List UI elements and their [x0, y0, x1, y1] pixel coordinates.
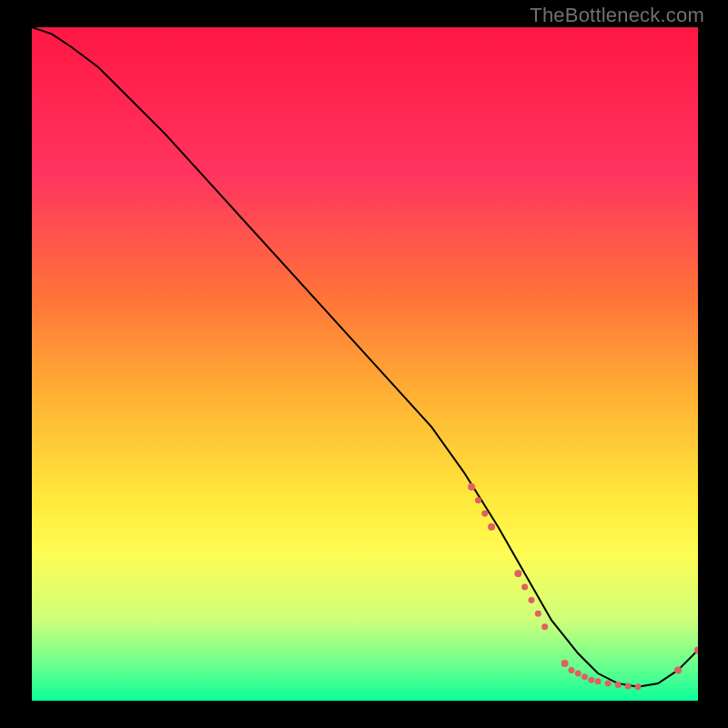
data-point — [575, 671, 581, 677]
chart-svg — [32, 27, 698, 693]
data-point — [625, 682, 632, 689]
plot-area — [32, 27, 698, 701]
watermark-text: TheBottleneck.com — [530, 4, 704, 27]
data-point — [468, 483, 475, 490]
chart-container: TheBottleneck.com — [0, 0, 728, 728]
bottleneck-curve — [32, 27, 698, 687]
data-point — [605, 681, 612, 687]
data-point — [588, 677, 594, 683]
data-point — [581, 673, 588, 680]
data-point — [615, 682, 622, 688]
data-point — [535, 611, 541, 617]
data-point — [635, 683, 642, 690]
data-point — [475, 497, 481, 503]
data-point — [561, 660, 569, 667]
data-point — [488, 523, 495, 531]
data-point — [568, 667, 574, 673]
data-point — [529, 597, 535, 603]
data-point — [521, 583, 528, 590]
data-point — [541, 623, 548, 630]
data-point — [595, 678, 602, 684]
data-point — [481, 511, 488, 517]
data-point — [514, 570, 521, 577]
data-point — [674, 666, 682, 673]
